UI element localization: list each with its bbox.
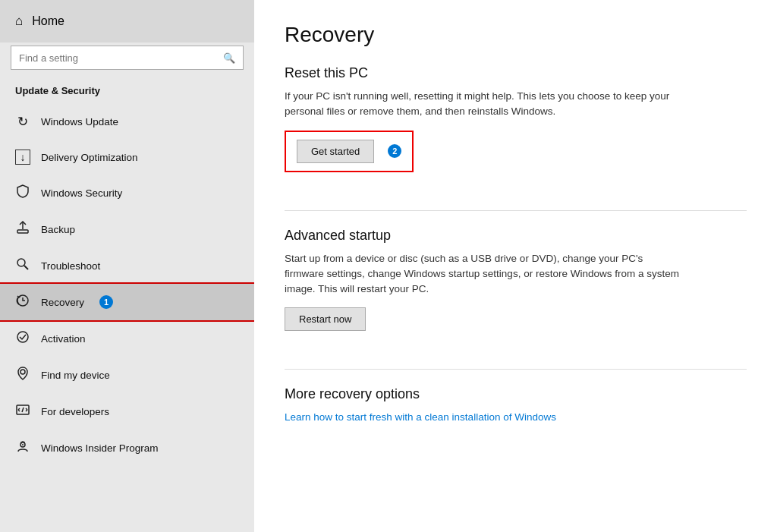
delivery-icon: ↓ (15, 150, 30, 165)
finddevice-icon (15, 367, 30, 383)
sidebar-item-windows-insider[interactable]: Windows Insider Program (0, 430, 254, 466)
recovery-icon (15, 294, 30, 310)
reset-section-description: If your PC isn't running well, resetting… (285, 89, 679, 120)
svg-line-10 (22, 408, 24, 412)
sidebar-item-recovery[interactable]: Recovery 1 (0, 284, 254, 320)
more-options-title: More recovery options (285, 386, 747, 402)
sidebar-item-windows-security[interactable]: Windows Security (0, 175, 254, 211)
reset-section-title: Reset this PC (285, 65, 747, 81)
svg-point-14 (22, 444, 24, 445)
activation-icon (15, 330, 30, 347)
sidebar-item-home[interactable]: Home (0, 0, 254, 42)
svg-point-5 (17, 332, 28, 342)
svg-rect-0 (17, 230, 28, 233)
sidebar-item-label: Backup (41, 224, 75, 235)
sidebar-item-activation[interactable]: Activation (0, 320, 254, 357)
security-icon (15, 184, 30, 201)
sidebar-item-label: Windows Security (41, 187, 122, 199)
sidebar-item-label: Delivery Optimization (41, 152, 138, 163)
svg-point-6 (20, 370, 25, 374)
sidebar-item-windows-update[interactable]: Windows Update (0, 104, 254, 140)
sidebar: Home Update & Security Windows Update ↓ … (0, 0, 254, 532)
sidebar-item-label: Windows Update (41, 116, 118, 127)
search-icon (223, 51, 235, 65)
get-started-badge: 2 (388, 144, 401, 158)
sidebar-home-label: Home (32, 14, 64, 28)
sidebar-item-label: Find my device (41, 370, 110, 381)
insider-icon (15, 439, 30, 456)
sidebar-section-title: Update & Security (0, 79, 254, 104)
sidebar-item-label: Activation (41, 333, 86, 345)
get-started-container: Get started 2 (285, 131, 414, 172)
search-input[interactable] (19, 52, 217, 64)
backup-icon (15, 221, 30, 238)
sidebar-item-label: Windows Insider Program (41, 442, 159, 454)
sidebar-item-troubleshoot[interactable]: Troubleshoot (0, 247, 254, 284)
search-box[interactable] (11, 46, 244, 70)
developers-icon (15, 403, 30, 420)
page-title: Recovery (285, 23, 747, 47)
main-content: Recovery Reset this PC If your PC isn't … (254, 0, 777, 532)
sidebar-item-backup[interactable]: Backup (0, 211, 254, 247)
clean-install-link[interactable]: Learn how to start fresh with a clean in… (285, 411, 556, 423)
sidebar-item-for-developers[interactable]: For developers (0, 393, 254, 430)
svg-line-3 (24, 266, 28, 269)
section-divider-1 (285, 210, 747, 211)
restart-now-button[interactable]: Restart now (285, 307, 366, 331)
recovery-badge: 1 (99, 295, 113, 309)
troubleshoot-icon (15, 257, 30, 274)
advanced-startup-title: Advanced startup (285, 228, 747, 244)
svg-point-2 (17, 259, 25, 266)
sidebar-item-find-my-device[interactable]: Find my device (0, 357, 254, 393)
update-icon (15, 114, 30, 130)
home-icon (15, 14, 23, 29)
svg-line-12 (26, 410, 27, 411)
get-started-button[interactable]: Get started (297, 140, 374, 163)
sidebar-item-label: Recovery (41, 297, 84, 308)
advanced-startup-description: Start up from a device or disc (such as … (285, 251, 679, 297)
svg-line-9 (18, 410, 20, 411)
sidebar-item-label: For developers (41, 406, 109, 417)
sidebar-item-delivery-optimization[interactable]: ↓ Delivery Optimization (0, 140, 254, 175)
section-divider-2 (285, 369, 747, 370)
sidebar-item-label: Troubleshoot (41, 260, 100, 272)
